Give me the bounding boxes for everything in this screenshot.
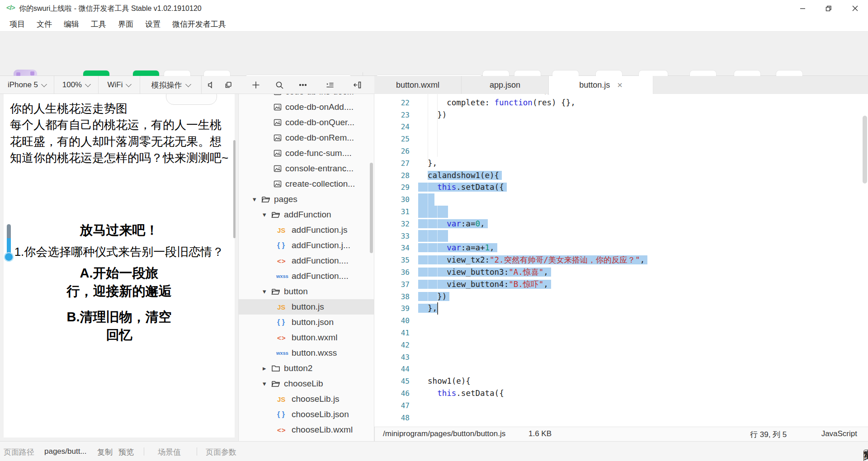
tree-item[interactable]: code-db-ins-doc... <box>239 94 374 99</box>
tab-close-icon[interactable]: × <box>617 80 623 89</box>
code-line[interactable]: 42 <box>374 339 868 351</box>
tree-item[interactable]: { } chooseLib.json <box>239 407 374 422</box>
language-mode[interactable]: JavaScript <box>821 429 857 438</box>
tree-item[interactable]: <> button.wxml <box>239 330 374 345</box>
sim-operations-dropdown[interactable]: 模拟操作 <box>140 76 202 94</box>
app-option-b-button[interactable]: B.清理旧物，清空 回忆 <box>4 308 235 344</box>
code-line[interactable]: 29 this.setData({ <box>374 181 868 193</box>
code-line[interactable]: 43 <box>374 351 868 363</box>
caret-down-icon[interactable]: ▾ <box>263 287 266 296</box>
code-line[interactable]: 39 }, <box>374 302 868 315</box>
tree-item[interactable]: code-db-onRem... <box>239 130 374 146</box>
code-line[interactable]: 47 <box>374 400 868 412</box>
image-file-icon <box>274 103 282 111</box>
caret-right-icon[interactable]: ▸ <box>263 364 266 372</box>
code-line[interactable]: 38 }) <box>374 291 868 303</box>
tree-scrollbar[interactable] <box>370 163 373 253</box>
tree-folder-button[interactable]: ▾ button <box>239 284 374 299</box>
cursor-position[interactable]: 行 39, 列 5 <box>750 429 787 440</box>
tree-item-button-js[interactable]: JS button.js <box>239 299 374 315</box>
mute-speaker-icon[interactable] <box>203 76 219 94</box>
tree-item[interactable]: create-collection... <box>239 176 374 192</box>
code-line[interactable]: 23 }) <box>374 109 868 121</box>
code-line[interactable]: 32 var:a=0, <box>374 218 868 230</box>
menu-devtools[interactable]: 微信开发者工具 <box>166 19 232 29</box>
tree-folder-addfunction[interactable]: ▾ addFunction <box>239 207 374 222</box>
tree-item[interactable]: <> addFunction.... <box>239 253 374 268</box>
tree-item[interactable]: wxss addFunction.... <box>239 268 374 284</box>
tree-item[interactable]: code-func-sum.... <box>239 146 374 161</box>
page-path-value[interactable]: pages/butt... <box>44 447 87 456</box>
code-line[interactable]: 25 <box>374 133 868 145</box>
code-editor[interactable]: 21 fail: function(res) {}, 22 complete: … <box>374 94 868 427</box>
tab-app-json[interactable]: app.json <box>462 76 549 94</box>
minimize-button[interactable] <box>789 0 816 17</box>
more-options-icon[interactable] <box>295 76 311 94</box>
menu-edit[interactable]: 编辑 <box>58 19 85 29</box>
caret-down-icon[interactable]: ▾ <box>263 211 266 219</box>
caret-down-icon[interactable]: ▾ <box>253 195 256 203</box>
app-option-a-button[interactable]: A.开始一段旅 行，迎接新的邂逅 <box>4 264 235 300</box>
collapse-sidebar-icon[interactable] <box>349 76 365 94</box>
close-button[interactable] <box>842 0 868 17</box>
menu-file[interactable]: 文件 <box>31 19 58 29</box>
tab-button-wxml[interactable]: button.wxml <box>374 76 462 94</box>
menu-tools[interactable]: 工具 <box>85 19 112 29</box>
menu-ui[interactable]: 界面 <box>112 19 139 29</box>
search-icon[interactable] <box>271 76 288 94</box>
code-line[interactable]: 28 calandshow1(e){ <box>374 169 868 182</box>
code-line[interactable]: 45 show1(e){ <box>374 375 868 387</box>
wxml-file-icon: <> <box>277 426 286 434</box>
page-params-label[interactable]: 页面参数 <box>206 447 236 457</box>
separate-window-icon[interactable] <box>220 76 236 94</box>
phone-screen: 你的人生桃花运走势图 每个人都有自己的桃花运，有的人一生桃花旺盛，有的人却叶落凋… <box>4 94 235 437</box>
tree-folder-pages[interactable]: ▾ pages <box>239 192 374 207</box>
code-line[interactable]: 33 <box>374 230 868 242</box>
device-dropdown[interactable]: iPhone 5 <box>0 76 54 94</box>
menu-settings[interactable]: 设置 <box>139 19 166 29</box>
tree-item[interactable]: JS addFunction.js <box>239 222 374 238</box>
network-dropdown[interactable]: WiFi <box>99 76 140 94</box>
restore-button[interactable] <box>816 0 842 17</box>
editor-scrollbar[interactable] <box>863 116 867 183</box>
tree-item[interactable]: console-entranc... <box>239 161 374 176</box>
caret-down-icon[interactable]: ▾ <box>263 380 266 388</box>
tree-item[interactable]: { } button.json <box>239 315 374 330</box>
code-line[interactable]: 34 var:a=a+1, <box>374 242 868 254</box>
tree-item[interactable]: wxss button.wxss <box>239 345 374 361</box>
tree-item[interactable]: code-db-onQuer... <box>239 115 374 130</box>
simulator-scrollbar[interactable] <box>233 140 236 238</box>
scene-value-label[interactable]: 场景值 <box>158 447 181 457</box>
tree-folder-chooselib[interactable]: ▾ chooseLib <box>239 376 374 391</box>
code-line[interactable]: 31 <box>374 206 868 218</box>
menu-project[interactable]: 项目 <box>4 19 31 29</box>
code-line[interactable]: 27 }, <box>374 157 868 169</box>
code-line[interactable]: 41 <box>374 327 868 339</box>
code-line[interactable]: 26 <box>374 145 868 157</box>
ime-menu-icon[interactable] <box>863 450 868 457</box>
code-line[interactable]: 36 view_button3:"A.惊喜", <box>374 266 868 278</box>
code-line[interactable]: 48 <box>374 412 868 424</box>
code-line[interactable]: 30 <box>374 193 868 206</box>
preview-link[interactable]: 预览 <box>118 447 134 457</box>
code-line[interactable]: 40 <box>374 315 868 327</box>
outline-icon[interactable] <box>322 76 338 94</box>
code-line[interactable]: 35 view_tx2:"2.突然有帅哥/美女来搭讪，你的反应？", <box>374 254 868 266</box>
add-file-icon[interactable] <box>248 76 264 94</box>
code-line[interactable]: 44 <box>374 363 868 375</box>
tree-item[interactable]: code-db-onAdd.... <box>239 99 374 115</box>
copy-button[interactable]: 复制 <box>97 447 113 457</box>
file-size: 1.6 KB <box>528 429 552 438</box>
tree-item[interactable]: <> chooseLib.wxml <box>239 422 374 437</box>
code-line[interactable]: 37 view_button4:"B.惊吓", <box>374 278 868 291</box>
code-line[interactable]: 46 this.setData({ <box>374 387 868 400</box>
js-file-icon: JS <box>277 226 285 234</box>
tree-folder-button2[interactable]: ▸ button2 <box>239 361 374 376</box>
zoom-dropdown[interactable]: 100% <box>54 76 99 94</box>
tree-item-label: code-func-sum.... <box>285 148 352 158</box>
code-line[interactable]: 24 <box>374 121 868 133</box>
tab-button-js[interactable]: button.js × <box>549 76 653 94</box>
tree-item[interactable]: { } addFunction.j... <box>239 238 374 253</box>
code-line[interactable]: 22 complete: function(res) {}, <box>374 97 868 109</box>
tree-item[interactable]: JS chooseLib.js <box>239 391 374 407</box>
